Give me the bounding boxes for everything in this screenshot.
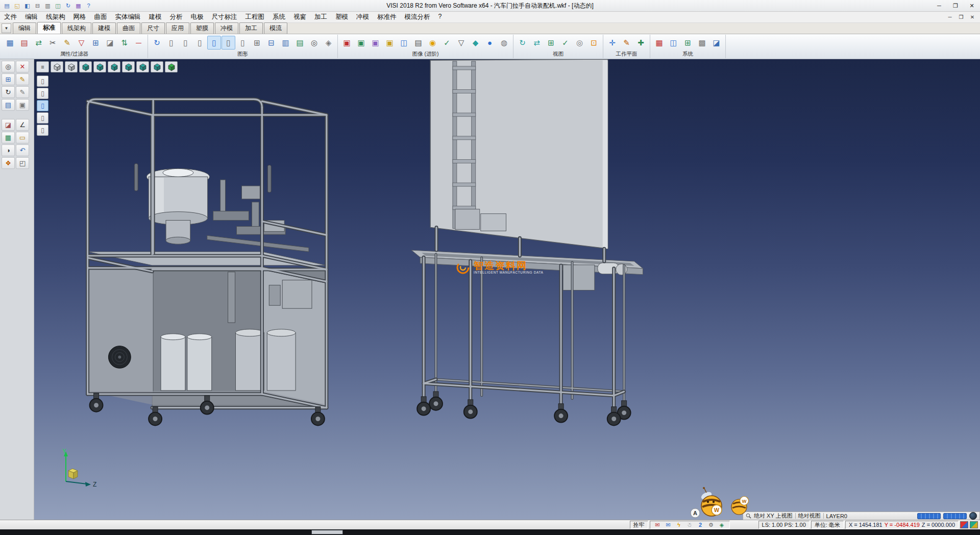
hatch-icon[interactable]: ▥ <box>279 36 292 50</box>
sketch-icon[interactable]: ✎ <box>16 86 29 98</box>
tab-应用[interactable]: 应用 <box>166 22 189 34</box>
material-icon[interactable]: ◈ <box>322 36 335 50</box>
texture-icon[interactable]: ▤ <box>293 36 307 50</box>
remove-filter-icon[interactable]: ─ <box>132 36 145 50</box>
display-shaded-icon[interactable]: ▯ <box>37 100 48 111</box>
film-icon[interactable]: ▤ <box>411 36 425 50</box>
taskbar-item[interactable] <box>311 530 343 534</box>
system-config-icon[interactable]: ◪ <box>709 36 723 50</box>
sphere-view-icon[interactable]: ● <box>483 36 497 50</box>
menu-item-尺寸标注[interactable]: 尺寸标注 <box>208 13 241 21</box>
zoom-view-icon[interactable]: ◎ <box>573 36 586 50</box>
assistant-badge[interactable]: A <box>691 508 700 518</box>
menu-item-线架构[interactable]: 线架构 <box>42 13 69 21</box>
filter-icon[interactable]: ▽ <box>75 36 88 50</box>
minimize-button[interactable]: ─ <box>931 1 947 11</box>
rotate-view-icon[interactable]: ↻ <box>516 36 529 50</box>
lock-toggle[interactable]: 拴牢 <box>630 521 648 529</box>
viewport-3d[interactable]: ≡ ▯▯▯▯▯ <box>34 59 980 520</box>
palette-icon[interactable]: ❖ <box>2 157 15 169</box>
units-field[interactable]: 单位: 毫米 <box>811 521 844 529</box>
properties-icon[interactable]: ▦ <box>3 36 17 50</box>
check-render-icon[interactable]: ✓ <box>440 36 454 50</box>
tab-曲面[interactable]: 曲面 <box>117 22 140 34</box>
menu-item-标准件[interactable]: 标准件 <box>373 13 401 21</box>
open-folder-icon[interactable]: ◱ <box>13 2 21 10</box>
tab-标准[interactable]: 标准 <box>37 22 61 34</box>
menu-item-建模[interactable]: 建模 <box>145 13 166 21</box>
display-hidden-icon[interactable]: ▯ <box>37 112 48 124</box>
image-yellow-icon[interactable]: ▣ <box>383 36 397 50</box>
menu-item-模流分析[interactable]: 模流分析 <box>401 13 434 21</box>
pan-view-icon[interactable]: ⇄ <box>530 36 544 50</box>
tab-建模[interactable]: 建模 <box>92 22 116 34</box>
iso-view-icon[interactable] <box>51 61 63 72</box>
mdi-close-button[interactable]: ✕ <box>967 14 978 20</box>
grid-display-icon[interactable]: ⊞ <box>250 36 264 50</box>
mail-icon[interactable]: ✉ <box>664 521 673 529</box>
layers-icon[interactable]: ▤ <box>2 99 15 111</box>
layers-icon[interactable]: ▦ <box>74 2 83 10</box>
menu-item-塑模[interactable]: 塑模 <box>331 13 352 21</box>
env-map-icon[interactable]: ◍ <box>497 36 511 50</box>
render-mode-icon[interactable]: ▯ <box>222 36 235 50</box>
measure-icon[interactable]: ∠ <box>16 119 29 131</box>
refresh-icon[interactable]: ↻ <box>64 2 72 10</box>
export-icon[interactable]: ◰ <box>16 157 29 169</box>
view-menu-icon[interactable]: ≡ <box>36 61 49 72</box>
bottom-view-icon[interactable] <box>136 61 149 72</box>
section-icon[interactable]: ⊟ <box>264 36 278 50</box>
snap-grid-icon[interactable]: ▦ <box>2 132 15 143</box>
funnel-icon[interactable]: ▽ <box>454 36 468 50</box>
front-view-icon[interactable] <box>79 61 92 72</box>
tab-尺寸[interactable]: 尺寸 <box>141 22 165 34</box>
menu-item-加工[interactable]: 加工 <box>310 13 331 21</box>
machine-conveyor[interactable] <box>411 59 643 425</box>
transparent-icon[interactable]: ▯ <box>236 36 250 50</box>
layer-selector[interactable]: LAYER0 <box>826 513 847 519</box>
view-ok-icon[interactable]: ✓ <box>558 36 572 50</box>
pointer-select-icon[interactable]: ◎ <box>2 61 15 72</box>
move-icon[interactable]: ⊞ <box>2 74 15 85</box>
color-swatch-icon-2[interactable] <box>970 521 978 528</box>
left-view-icon[interactable] <box>108 61 120 72</box>
rotate-icon[interactable]: ↻ <box>2 86 15 98</box>
light-icon[interactable]: ◉ <box>426 36 439 50</box>
cad-scene[interactable] <box>34 59 980 520</box>
tab-冲模[interactable]: 冲模 <box>215 22 238 34</box>
shaded-edges-icon[interactable]: ▯ <box>207 36 221 50</box>
help-icon[interactable]: ? <box>84 2 93 10</box>
globe-icon[interactable] <box>969 512 977 520</box>
image-red-icon[interactable]: ▣ <box>340 36 354 50</box>
frame-view-icon[interactable]: ⊡ <box>587 36 601 50</box>
mdi-minimize-button[interactable]: ─ <box>944 14 955 20</box>
shaded-icon[interactable]: ▯ <box>193 36 207 50</box>
grid-filter-icon[interactable]: ⊞ <box>89 36 103 50</box>
mask-icon[interactable]: ◪ <box>103 36 117 50</box>
menu-item-电极[interactable]: 电极 <box>187 13 208 21</box>
tab-dropdown-button[interactable]: ▼ <box>2 23 11 33</box>
menu-item-分析[interactable]: 分析 <box>166 13 187 21</box>
tab-编辑[interactable]: 编辑 <box>13 22 36 34</box>
attributes-icon[interactable]: ▤ <box>17 36 31 50</box>
monitor-icon[interactable]: ◫ <box>397 36 411 50</box>
menu-item-实体编辑[interactable]: 实体编辑 <box>111 13 145 21</box>
view-grid-icon[interactable]: ⊞ <box>544 36 558 50</box>
zoom-graphics-icon[interactable]: ◎ <box>307 36 321 50</box>
back-view-icon[interactable] <box>93 61 106 72</box>
undo-icon[interactable]: ↶ <box>16 144 29 156</box>
menu-item-系统[interactable]: 系统 <box>268 13 289 21</box>
solid-view-icon[interactable]: ◆ <box>469 36 482 50</box>
menu-item-文件[interactable]: 文件 <box>0 13 21 21</box>
color-swatch-icon[interactable] <box>960 521 968 528</box>
menu-item-网格[interactable]: 网格 <box>69 13 90 21</box>
menu-item-曲面[interactable]: 曲面 <box>90 13 111 21</box>
image-green-icon[interactable]: ▣ <box>354 36 368 50</box>
ruler-icon[interactable]: ▭ <box>16 132 29 143</box>
wireframe-icon[interactable]: ▯ <box>164 36 178 50</box>
trim-icon[interactable]: ✂ <box>46 36 60 50</box>
system-grid-icon[interactable]: ⊞ <box>681 36 695 50</box>
maximize-button[interactable]: ❐ <box>947 1 964 11</box>
new-file-icon[interactable]: ▤ <box>3 2 11 10</box>
workplane-axis-icon[interactable]: ✛ <box>605 36 619 50</box>
